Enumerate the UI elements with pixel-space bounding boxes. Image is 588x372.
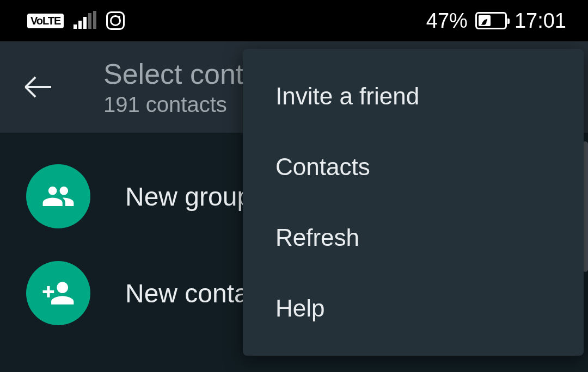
menu-invite-friend[interactable]: Invite a friend <box>243 61 584 132</box>
battery-percent: 47% <box>426 9 468 33</box>
menu-help[interactable]: Help <box>243 273 584 344</box>
overflow-menu: Invite a friend Contacts Refresh Help <box>243 49 584 356</box>
add-person-icon <box>41 276 75 310</box>
back-arrow-icon <box>25 86 51 88</box>
menu-contacts[interactable]: Contacts <box>243 132 584 202</box>
group-icon <box>41 179 75 213</box>
menu-refresh[interactable]: Refresh <box>243 202 584 273</box>
status-right: 47% 17:01 <box>426 9 566 33</box>
instagram-icon <box>106 11 125 30</box>
status-bar: VoLTE 47% 17:01 <box>0 0 588 41</box>
back-button[interactable] <box>23 72 53 102</box>
group-avatar <box>26 164 90 228</box>
signal-icon <box>74 13 96 29</box>
add-contact-avatar <box>26 261 90 325</box>
volte-badge: VoLTE <box>27 14 64 28</box>
clock-time: 17:01 <box>514 9 566 33</box>
status-left: VoLTE <box>27 11 125 30</box>
list-item-label: New group <box>125 182 252 212</box>
battery-icon <box>475 12 507 29</box>
